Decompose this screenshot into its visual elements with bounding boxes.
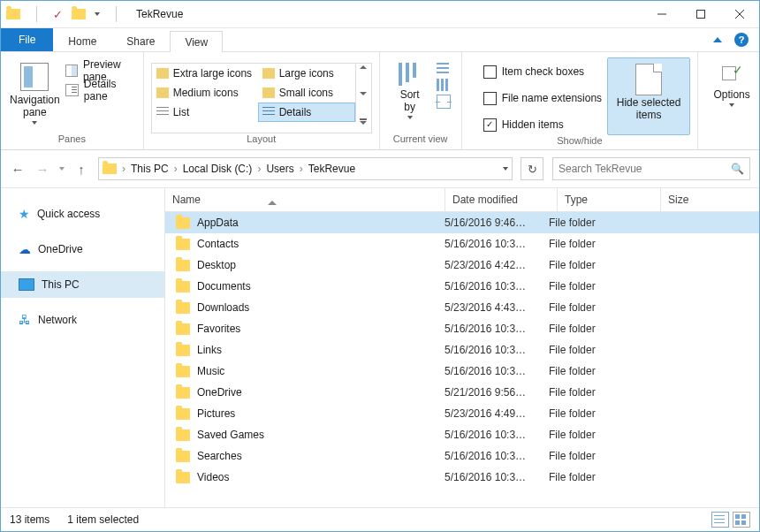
col-size[interactable]: Size [660, 188, 759, 211]
list-icon [156, 107, 169, 118]
checkbox-icon [483, 65, 497, 79]
folder-icon [176, 239, 190, 250]
folder-icon [176, 323, 190, 335]
file-tab[interactable]: File [1, 28, 53, 51]
file-date: 5/23/2016 4:49… [437, 407, 542, 420]
file-row[interactable]: Music5/16/2016 10:3…File folder [165, 361, 759, 382]
col-name[interactable]: Name [165, 194, 445, 206]
hidden-items[interactable]: ✓Hidden items [473, 114, 602, 135]
sidebar-quick-access[interactable]: ★Quick access [1, 201, 164, 227]
qat-customize-icon[interactable] [95, 12, 100, 16]
size-columns-icon[interactable] [437, 95, 451, 109]
details-pane-button[interactable]: Details pane [62, 80, 136, 100]
layout-gallery[interactable]: Extra large icons Large icons Medium ico… [151, 63, 372, 133]
file-row[interactable]: Contacts5/16/2016 10:3…File folder [165, 233, 759, 255]
file-date: 5/16/2016 10:3… [437, 429, 542, 441]
layout-medium[interactable]: Medium icons [152, 83, 258, 103]
group-by-icon[interactable] [437, 63, 449, 75]
up-button[interactable]: ↑ [73, 162, 89, 177]
gallery-up-icon[interactable] [360, 65, 367, 69]
file-row[interactable]: Links5/16/2016 10:3…File folder [165, 339, 759, 361]
search-placeholder: Search TekRevue [559, 163, 642, 175]
qat-newfolder-icon[interactable] [72, 9, 86, 19]
sidebar-network[interactable]: 🖧Network [1, 307, 164, 333]
item-check-boxes[interactable]: Item check boxes [473, 61, 602, 82]
nav-pane-icon [20, 63, 49, 91]
file-date: 5/16/2016 10:3… [437, 450, 542, 462]
monitor-icon [19, 278, 34, 291]
sidebar-onedrive[interactable]: ☁OneDrive [1, 236, 164, 262]
view-details-toggle[interactable] [711, 512, 729, 528]
layout-small[interactable]: Small icons [258, 83, 355, 103]
file-type: File folder [542, 259, 637, 271]
file-row[interactable]: AppData5/16/2016 9:46…File folder [165, 212, 759, 233]
status-count: 13 items [10, 513, 49, 526]
file-type: File folder [542, 471, 637, 483]
file-name: Saved Games [197, 429, 264, 441]
minimize-button[interactable] [642, 1, 681, 27]
file-name: OneDrive [197, 386, 242, 399]
layout-details[interactable]: Details [258, 103, 355, 122]
view-icons-toggle[interactable] [733, 512, 750, 528]
address-bar[interactable]: › This PC› Local Disk (C:)› Users› TekRe… [98, 157, 513, 180]
forward-button[interactable]: → [34, 162, 50, 177]
gallery-down-icon[interactable] [360, 92, 367, 95]
crumb-local-disk[interactable]: Local Disk (C:) [179, 163, 256, 175]
file-name: Links [197, 344, 222, 356]
titlebar: ✓ TekRevue [1, 1, 759, 28]
file-date: 5/16/2016 10:3… [437, 280, 542, 293]
col-date[interactable]: Date modified [445, 188, 557, 211]
file-date: 5/16/2016 10:3… [437, 365, 542, 377]
file-row[interactable]: Pictures5/23/2016 4:49…File folder [165, 403, 759, 424]
file-type: File folder [542, 386, 637, 399]
refresh-button[interactable]: ↻ [521, 157, 543, 180]
star-icon: ★ [19, 207, 30, 221]
crumb-tekrevue[interactable]: TekRevue [305, 163, 359, 175]
maximize-button[interactable] [681, 1, 720, 27]
ribbon-tabs: File Home Share View ? [1, 28, 759, 52]
file-name: Videos [197, 471, 229, 483]
sort-by-button[interactable]: Sort by [387, 57, 433, 133]
share-tab[interactable]: Share [111, 30, 170, 51]
layout-large[interactable]: Large icons [258, 64, 355, 83]
layout-extra-large[interactable]: Extra large icons [152, 64, 258, 83]
add-columns-icon[interactable] [437, 79, 449, 91]
file-row[interactable]: Videos5/16/2016 10:3…File folder [165, 467, 759, 488]
close-button[interactable] [720, 1, 759, 27]
navigation-sidebar: ★Quick access ☁OneDrive This PC 🖧Network [1, 188, 165, 507]
file-date: 5/23/2016 4:43… [437, 301, 542, 314]
file-row[interactable]: OneDrive5/21/2016 9:56…File folder [165, 382, 759, 403]
location-icon [103, 163, 117, 174]
view-tab[interactable]: View [170, 31, 223, 52]
address-dropdown-icon[interactable] [503, 167, 508, 171]
file-row[interactable]: Favorites5/16/2016 10:3…File folder [165, 318, 759, 339]
gallery-more-icon[interactable] [360, 118, 367, 120]
navigation-pane-button[interactable]: Navigation pane [8, 57, 62, 133]
file-row[interactable]: Saved Games5/16/2016 10:3…File folder [165, 424, 759, 445]
crumb-this-pc[interactable]: This PC [127, 163, 172, 175]
options-button[interactable]: Options [705, 57, 758, 133]
file-name: Documents [197, 280, 251, 293]
file-name: Contacts [197, 238, 239, 250]
col-type[interactable]: Type [557, 188, 660, 211]
help-icon[interactable]: ? [734, 33, 749, 47]
status-bar: 13 items 1 item selected [1, 507, 759, 531]
group-label-layout: Layout [151, 133, 372, 148]
layout-list[interactable]: List [152, 103, 258, 122]
file-row[interactable]: Documents5/16/2016 10:3…File folder [165, 276, 759, 297]
home-tab[interactable]: Home [53, 30, 111, 51]
hide-selected-items-button[interactable]: Hide selected items [607, 57, 690, 135]
search-input[interactable]: Search TekRevue 🔍 [552, 157, 750, 180]
file-row[interactable]: Downloads5/23/2016 4:43…File folder [165, 297, 759, 318]
folder-icon [176, 366, 190, 377]
qat-properties-icon[interactable]: ✓ [53, 8, 63, 21]
collapse-ribbon-icon[interactable] [713, 37, 722, 42]
crumb-users[interactable]: Users [262, 163, 297, 175]
sidebar-this-pc[interactable]: This PC [1, 271, 164, 298]
file-row[interactable]: Searches5/16/2016 10:3…File folder [165, 445, 759, 467]
back-button[interactable]: ← [10, 162, 26, 177]
search-icon: 🔍 [731, 163, 744, 175]
file-row[interactable]: Desktop5/23/2016 4:42…File folder [165, 255, 759, 276]
history-dropdown[interactable] [59, 167, 65, 171]
file-name-extensions[interactable]: File name extensions [473, 87, 602, 109]
